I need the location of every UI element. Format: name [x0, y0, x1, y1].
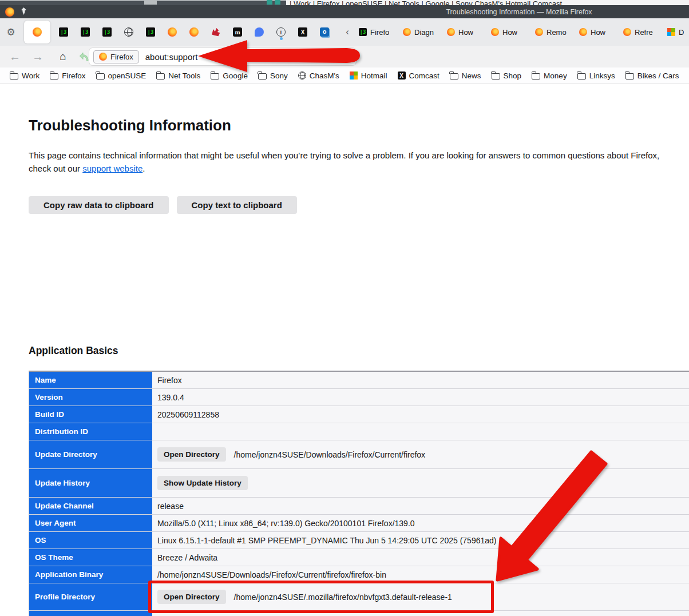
folder-icon: [492, 73, 500, 80]
row-header: Version: [29, 389, 152, 406]
bookmark-label: ChasM's: [310, 71, 339, 80]
row-value: Breeze / Adwaita: [152, 549, 689, 566]
firefox-icon: [403, 28, 411, 36]
copy-raw-data-button[interactable]: Copy raw data to clipboard: [29, 196, 169, 214]
row-value-text: /home/jonzn4SUSE/Downloads/Firefox/Curre…: [234, 450, 426, 459]
row-value-text: 20250609112858: [157, 410, 219, 419]
bookmark-item[interactable]: openSUSE: [96, 71, 146, 80]
table-row: User Agent Mozilla/5.0 (X11; Linux x86_6…: [29, 515, 689, 532]
bookmark-item[interactable]: Shop: [492, 71, 522, 80]
site-identity-chip[interactable]: Firefox: [93, 50, 139, 63]
browser-tab[interactable]: How: [487, 21, 531, 43]
pinned-tab[interactable]: [140, 21, 161, 43]
browser-tab[interactable]: Diagn: [399, 21, 443, 43]
open-directory-button[interactable]: Open Directory: [157, 590, 226, 604]
row-value: Firefox: [152, 372, 689, 388]
gear-icon: [6, 27, 15, 37]
background-block: [144, 0, 157, 5]
row-value: 139.0.4: [152, 389, 689, 406]
folder-icon: [532, 73, 540, 80]
firefox-icon: [535, 28, 543, 36]
pinned-tab[interactable]: [161, 21, 183, 43]
firefox-icon: [623, 28, 631, 36]
folder-icon: [450, 73, 458, 80]
folder-icon: [50, 73, 58, 80]
browser-tab[interactable]: Refre: [619, 21, 663, 43]
tab-title: Refre: [635, 28, 653, 37]
copy-text-button[interactable]: Copy text to clipboard: [177, 196, 297, 214]
home-icon[interactable]: ⌂: [53, 46, 73, 67]
firefox-icon: [33, 27, 42, 37]
support-website-link[interactable]: support website: [82, 164, 142, 173]
browser-tab[interactable]: D: [663, 21, 689, 43]
bookmark-item[interactable]: Firefox: [50, 71, 85, 80]
titlebar: Troubleshooting Information — Mozilla Fi…: [0, 5, 689, 18]
scroll-tabs-left-button[interactable]: ‹: [340, 21, 355, 43]
back-icon[interactable]: ←: [5, 46, 25, 67]
chat-bubble-icon: [255, 27, 264, 37]
site-identity-label: Firefox: [110, 53, 133, 61]
row-value-text: Linux 6.15.1-1-default #1 SMP PREEMPT_DY…: [157, 536, 496, 545]
table-row: Application Binary /home/jonzn4SUSE/Down…: [29, 566, 689, 583]
firefox-icon: [168, 27, 177, 37]
bookmark-label: Google: [223, 71, 248, 80]
open-directory-button[interactable]: Open Directory: [157, 447, 226, 462]
terminal-icon: [102, 27, 112, 37]
row-value: release: [152, 498, 689, 514]
forward-icon[interactable]: →: [27, 46, 48, 67]
bookmark-item[interactable]: Money: [532, 71, 567, 80]
pinned-tab[interactable]: [24, 21, 50, 43]
table-row: Distribution ID: [29, 423, 689, 440]
table-row: [29, 611, 689, 616]
url-text[interactable]: about:support: [145, 52, 198, 62]
info-icon: [276, 27, 286, 37]
row-header: Name: [29, 372, 152, 388]
firefox-window: | Work | Firefox | openSUSE | Net Tools …: [0, 0, 689, 616]
intro-paragraph: This page contains technical information…: [29, 149, 664, 175]
bookmark-item[interactable]: Bikes / Cars: [625, 71, 679, 80]
pinned-tab[interactable]: [270, 21, 292, 43]
bookmark-item[interactable]: Sony: [258, 71, 288, 80]
folder-icon: [258, 73, 267, 80]
pinned-tab[interactable]: [205, 21, 227, 43]
bookmark-item[interactable]: Net Tools: [156, 71, 200, 80]
pinned-tab[interactable]: [0, 21, 22, 43]
pinned-tab[interactable]: [96, 21, 118, 43]
browser-tab[interactable]: Remo: [531, 21, 575, 43]
bookmark-item[interactable]: Comcast: [398, 71, 439, 80]
bookmark-label: Net Tools: [168, 71, 200, 80]
bookmark-item[interactable]: Hotmail: [350, 71, 387, 80]
pinned-tab[interactable]: [314, 21, 335, 43]
pinned-tab[interactable]: [227, 21, 248, 43]
pinned-tab[interactable]: [53, 21, 74, 43]
table-row: OS Theme Breeze / Adwaita: [29, 549, 689, 566]
row-value-text: Firefox: [157, 376, 182, 385]
row-header: Build ID: [29, 406, 152, 423]
background-block: [275, 0, 280, 5]
pinned-tab[interactable]: [248, 21, 270, 43]
page-title: Troubleshooting Information: [29, 117, 231, 134]
bookmark-item[interactable]: ChasM's: [298, 71, 339, 80]
table-row: Update History Show Update History: [29, 469, 689, 498]
bookmark-item[interactable]: Work: [10, 71, 39, 80]
dragon-icon: [211, 27, 220, 37]
folder-icon: [156, 73, 165, 80]
row-header: Distribution ID: [29, 423, 152, 440]
pinned-tab[interactable]: [118, 21, 140, 43]
open-directory-button[interactable]: Show Update History: [157, 476, 248, 490]
bookmark-item[interactable]: News: [450, 71, 481, 80]
pinned-tab[interactable]: [183, 21, 205, 43]
pinned-tab[interactable]: [292, 21, 314, 43]
pinned-tab[interactable]: [74, 21, 96, 43]
microsoft-icon: [667, 28, 675, 36]
browser-tab[interactable]: How: [443, 21, 487, 43]
bookmark-item[interactable]: Google: [211, 71, 248, 80]
browser-tab[interactable]: How: [575, 21, 619, 43]
tab-title: D: [679, 28, 684, 37]
address-bar[interactable]: Firefox about:support: [89, 48, 356, 65]
terminal-icon: [59, 27, 68, 37]
row-header: OS: [29, 532, 152, 549]
row-header: OS Theme: [29, 549, 152, 566]
bookmark-item[interactable]: Linksys: [577, 71, 615, 80]
browser-tab[interactable]: Firefo: [355, 21, 399, 43]
